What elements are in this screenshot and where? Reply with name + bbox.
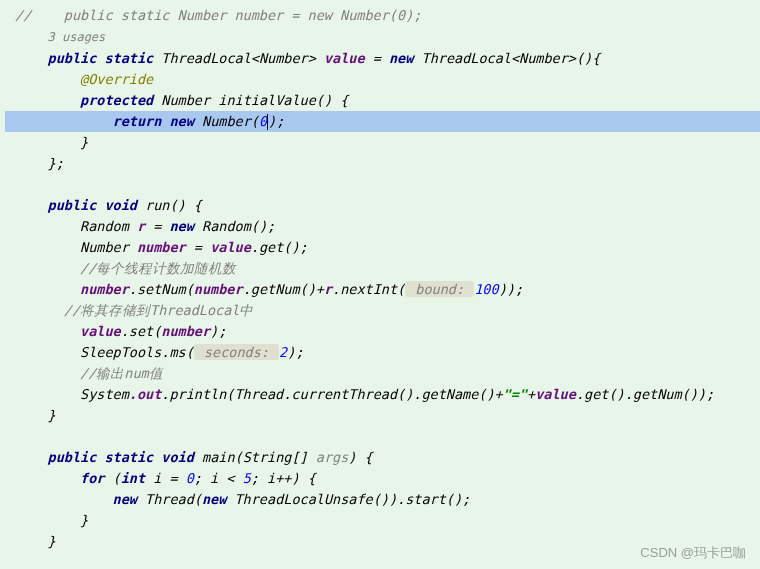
- code-line: public static void main(String[] args) {: [5, 447, 760, 468]
- code-line-comment: // public static Number number = new Num…: [5, 5, 760, 26]
- code-line-comment: //将其存储到ThreadLocal中: [5, 300, 760, 321]
- code-line-annotation: @Override: [5, 69, 760, 90]
- code-line: System.out.println(Thread.currentThread(…: [5, 384, 760, 405]
- code-line-current: return new Number(0);: [5, 111, 739, 132]
- code-line: number.setNum(number.getNum()+r.nextInt(…: [5, 279, 760, 300]
- code-line: };: [5, 153, 760, 174]
- text-caret: [267, 114, 268, 130]
- code-line: for (int i = 0; i < 5; i++) {: [5, 468, 760, 489]
- code-line: public static ThreadLocal<Number> value …: [5, 48, 760, 69]
- code-line: value.set(number);: [5, 321, 760, 342]
- code-editor[interactable]: // public static Number number = new Num…: [0, 0, 760, 552]
- parameter-hint: bound:: [405, 281, 474, 297]
- code-line: }: [5, 405, 760, 426]
- code-line: Number number = value.get();: [5, 237, 760, 258]
- code-line: new Thread(new ThreadLocalUnsafe()).star…: [5, 489, 760, 510]
- code-line-blank: [5, 174, 760, 195]
- current-line-highlight: return new Number(0);: [5, 111, 760, 132]
- code-line: protected Number initialValue() {: [5, 90, 760, 111]
- code-line: }: [5, 132, 760, 153]
- parameter-hint: seconds:: [194, 344, 279, 360]
- code-line-usages[interactable]: 3 usages: [5, 26, 760, 48]
- code-line-comment: //输出num值: [5, 363, 760, 384]
- code-line: }: [5, 510, 760, 531]
- watermark-text: CSDN @玛卡巴咖: [640, 542, 746, 563]
- code-line: Random r = new Random();: [5, 216, 760, 237]
- code-line-comment: //每个线程计数加随机数: [5, 258, 760, 279]
- code-line-blank: [5, 426, 760, 447]
- code-line: SleepTools.ms( seconds: 2);: [5, 342, 760, 363]
- code-line: public void run() {: [5, 195, 760, 216]
